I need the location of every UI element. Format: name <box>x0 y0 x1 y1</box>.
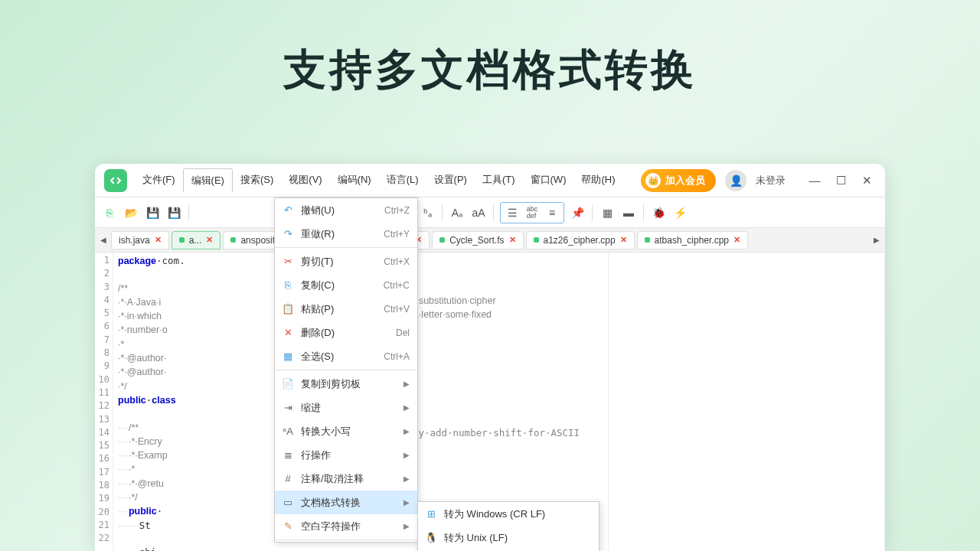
member-label: 加入会员 <box>665 174 705 187</box>
close-icon[interactable]: ✕ <box>509 235 516 245</box>
menu-item-文档格式转换[interactable]: ▭文档格式转换▶ <box>275 491 417 514</box>
file-tab[interactable]: a...✕ <box>172 231 221 249</box>
menu-icon: 📋 <box>281 302 295 316</box>
edit-menu-dropdown: ↶撤销(U)Ctrl+Z↷重做(R)Ctrl+Y✂剪切(T)Ctrl+X⎘复制(… <box>274 197 418 543</box>
menu-item-转换大小写[interactable]: ᵃA转换大小写▶ <box>275 419 417 443</box>
menu-icon: ⎘ <box>281 279 295 292</box>
list-icon[interactable]: ☰ <box>504 204 521 221</box>
menu-icon: # <box>281 472 295 486</box>
grid-icon[interactable]: ▦ <box>599 204 616 221</box>
menu-窗口(W)[interactable]: 窗口(W) <box>523 168 574 192</box>
modified-dot-icon <box>230 237 236 243</box>
file-tab[interactable]: atbash_cipher.cpp✕ <box>637 231 748 249</box>
wrap-icon[interactable]: abcdef <box>524 204 541 221</box>
menu-工具(T)[interactable]: 工具(T) <box>475 168 523 192</box>
close-button[interactable]: ✕ <box>861 174 873 187</box>
menu-item-复制到剪切板[interactable]: 📄复制到剪切板▶ <box>275 372 417 396</box>
menu-item-注释/取消注释[interactable]: #注释/取消注释▶ <box>275 467 417 491</box>
menu-icon: ▭ <box>281 496 295 510</box>
new-file-icon[interactable]: ⎘ <box>101 204 118 221</box>
menu-item-剪切(T)[interactable]: ✂剪切(T)Ctrl+X <box>275 249 417 273</box>
file-tab[interactable]: Cycle_Sort.fs✕ <box>432 231 523 249</box>
menu-item-撤销(U)[interactable]: ↶撤销(U)Ctrl+Z <box>275 198 417 222</box>
modified-dot-icon <box>645 237 650 243</box>
menu-icon: 📄 <box>281 377 295 391</box>
member-button[interactable]: 👑 加入会员 <box>641 169 716 192</box>
avatar[interactable]: 👤 <box>725 170 746 191</box>
pin-icon[interactable]: 📌 <box>569 204 586 221</box>
menu-视图(V)[interactable]: 视图(V) <box>281 168 329 192</box>
menu-icon: ⇥ <box>281 401 295 415</box>
chevron-right-icon: ▶ <box>403 451 410 459</box>
hero-title: 支持多文档格式转换 <box>0 0 980 99</box>
modified-dot-icon <box>179 237 185 243</box>
tab-bar: ◀ ish.java✕ a...✕anspositionCipher.java✕… <box>95 228 885 253</box>
menu-icon: ≣ <box>281 448 295 462</box>
menu-编辑(E)[interactable]: 编辑(E) <box>183 168 233 192</box>
submenu-item-转为 Windows (CR LF)[interactable]: ⊞转为 Windows (CR LF) <box>418 502 599 526</box>
menu-icon: ↷ <box>281 227 295 241</box>
menu-语言(L)[interactable]: 语言(L) <box>379 168 426 192</box>
menu-item-删除(D)[interactable]: ✕删除(D)Del <box>275 321 417 344</box>
file-tab[interactable]: a1z26_cipher.cpp✕ <box>526 231 635 249</box>
submenu-item-转为 Unix (LF)[interactable]: 🐧转为 Unix (LF) <box>418 526 599 549</box>
view-group: ☰ abcdef ≡ <box>500 202 564 223</box>
chevron-right-icon: ▶ <box>403 380 410 388</box>
menu-item-缩进[interactable]: ⇥缩进▶ <box>275 396 417 419</box>
case-icon[interactable]: Aₐ <box>449 204 466 221</box>
bug-icon[interactable]: 🐞 <box>650 204 667 221</box>
chevron-right-icon: ▶ <box>403 522 410 530</box>
menu-item-全选(S)[interactable]: ▦全选(S)Ctrl+A <box>275 344 417 368</box>
crown-icon: 👑 <box>645 173 661 188</box>
terminal-icon[interactable]: ▬ <box>620 204 637 221</box>
open-file-icon[interactable]: 📂 <box>122 204 139 221</box>
tab-scroll-left[interactable]: ◀ <box>98 236 109 244</box>
login-status: 未登录 <box>756 174 786 187</box>
menu-icon: ✂ <box>281 255 295 269</box>
menu-icon: ✎ <box>281 520 295 533</box>
file-tab[interactable]: ish.java✕ <box>111 231 169 249</box>
menu-设置(P)[interactable]: 设置(P) <box>426 168 475 192</box>
line-gutter: 12345678910111213141516171819202122 <box>95 253 113 551</box>
title-bar: 文件(F)编辑(E)搜索(S)视图(V)编码(N)语言(L)设置(P)工具(T)… <box>95 164 885 197</box>
menu-item-重做(R)[interactable]: ↷重做(R)Ctrl+Y <box>275 222 417 246</box>
eol-submenu: ⊞转为 Windows (CR LF)🐧转为 Unix (LF)⌘转为 Maci… <box>417 501 599 551</box>
close-icon[interactable]: ✕ <box>733 235 740 245</box>
modified-dot-icon <box>439 237 445 243</box>
menu-item-复制(C)[interactable]: ⎘复制(C)Ctrl+C <box>275 273 417 297</box>
menu-文件(F)[interactable]: 文件(F) <box>135 168 183 192</box>
toolbar: ⎘ 📂 💾 💾 🔍 🔍 🔎 ᵇₐ Aₐ aA ☰ abcdef ≡ 📌 ▦ ▬ … <box>95 197 885 228</box>
menu-icon: ✕ <box>281 326 295 340</box>
menu-icon: ▦ <box>281 350 295 364</box>
menu-item-行操作[interactable]: ≣行操作▶ <box>275 443 417 467</box>
close-icon[interactable]: ✕ <box>620 235 627 245</box>
minimize-button[interactable]: — <box>808 174 821 187</box>
save-icon[interactable]: 💾 <box>144 204 161 221</box>
chevron-right-icon: ▶ <box>403 474 410 483</box>
menu-icon: ᵃA <box>281 425 295 439</box>
os-icon: 🐧 <box>424 531 438 545</box>
app-logo <box>104 169 127 192</box>
app-window: 文件(F)编辑(E)搜索(S)视图(V)编码(N)语言(L)设置(P)工具(T)… <box>95 164 885 551</box>
close-icon[interactable]: ✕ <box>206 235 213 245</box>
menu-bar: 文件(F)编辑(E)搜索(S)视图(V)编码(N)语言(L)设置(P)工具(T)… <box>135 168 623 192</box>
chevron-right-icon: ▶ <box>403 498 410 507</box>
menu-icon: ↶ <box>281 204 295 217</box>
maximize-button[interactable]: ☐ <box>835 174 847 187</box>
run-icon[interactable]: ⚡ <box>671 204 688 221</box>
save-all-icon[interactable]: 💾 <box>165 204 182 221</box>
tab-scroll-right[interactable]: ▶ <box>871 236 882 244</box>
close-icon[interactable]: ✕ <box>155 235 162 245</box>
menu-item-空白字符操作[interactable]: ✎空白字符操作▶ <box>275 514 417 538</box>
modified-dot-icon <box>534 237 539 243</box>
chevron-right-icon: ▶ <box>403 403 410 412</box>
menu-帮助(H)[interactable]: 帮助(H) <box>573 168 622 192</box>
indent-icon[interactable]: ≡ <box>544 204 560 221</box>
menu-item-粘贴(P)[interactable]: 📋粘贴(P)Ctrl+V <box>275 297 417 321</box>
chevron-right-icon: ▶ <box>403 427 410 435</box>
menu-编码(N)[interactable]: 编码(N) <box>330 168 379 192</box>
menu-搜索(S)[interactable]: 搜索(S) <box>233 168 281 192</box>
replace-icon[interactable]: ᵇₐ <box>419 204 436 221</box>
os-icon: ⊞ <box>424 507 438 521</box>
case2-icon[interactable]: aA <box>470 204 487 221</box>
